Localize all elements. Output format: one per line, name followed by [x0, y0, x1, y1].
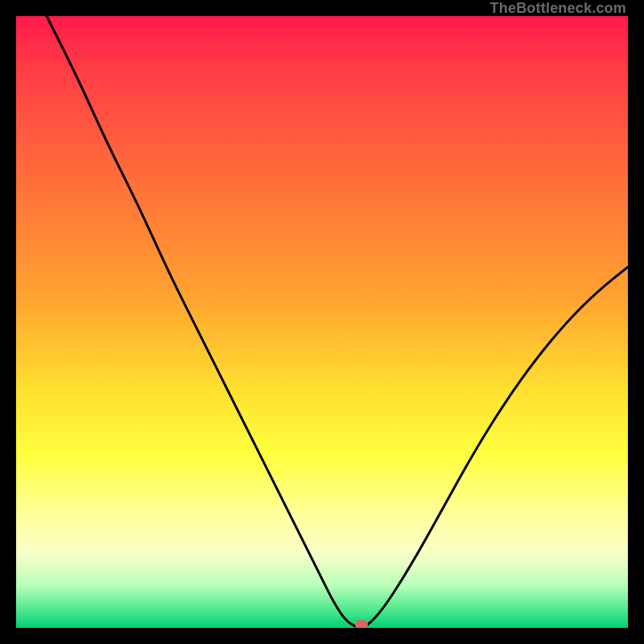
watermark-text: TheBottleneck.com: [490, 0, 626, 17]
plot-area: [16, 16, 628, 628]
chart-frame: TheBottleneck.com: [0, 0, 644, 644]
bottleneck-curve: [16, 16, 628, 628]
optimal-point-marker: [355, 620, 368, 628]
